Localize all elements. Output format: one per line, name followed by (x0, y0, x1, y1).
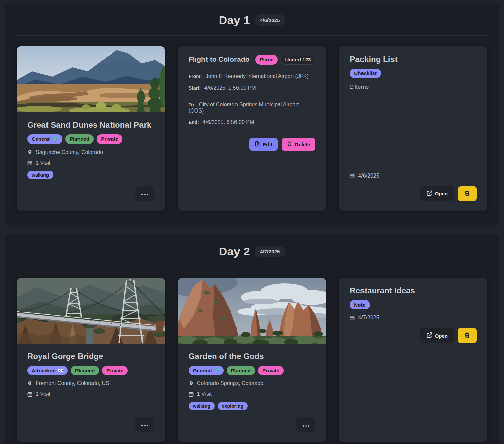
visits-text: 1 Visit (36, 391, 50, 397)
more-options-button[interactable] (135, 186, 154, 201)
card-actions (27, 181, 154, 201)
end-row: End: 4/6/2025, 6:56:00 PM (189, 119, 316, 125)
tag-row: walking (27, 171, 154, 179)
day-title: Day 2 (219, 245, 250, 258)
ellipsis-icon (141, 421, 149, 427)
location-row: Colorado Springs, Colorado (189, 380, 316, 386)
royal-gorge-photo (17, 278, 165, 344)
category-badge: Attraction (27, 366, 68, 375)
day-1-cards: Great Sand Dunes National Park General P… (5, 36, 499, 225)
delete-checklist-button[interactable] (458, 186, 477, 201)
day-2-cards: Royal Gorge Bridge Attraction Planned Pr… (5, 267, 499, 444)
date-row: 4/6/2025 (350, 173, 477, 179)
flight-actions: Edit Delete (189, 134, 316, 151)
delete-button[interactable]: Delete (282, 138, 315, 151)
category-badge-label: General (193, 367, 212, 374)
day-date-badge: 4/7/2025 (255, 246, 285, 257)
visits-text: 1 Visit (36, 160, 50, 166)
category-badge-label: Attraction (32, 367, 56, 374)
globe-icon (53, 136, 58, 142)
day-section-2: Day 2 4/7/2025 (5, 234, 499, 444)
delete-button-label: Delete (295, 141, 310, 147)
items-count: 2 Items (350, 84, 477, 90)
note-actions: Open (350, 324, 477, 343)
trash-icon (464, 190, 470, 197)
status-badge: Planned (227, 366, 255, 375)
place-card-garden-of-the-gods: Garden of the Gods General Planned Priva… (178, 278, 326, 442)
start-label: Start: (189, 85, 201, 91)
status-badge: Planned (71, 366, 99, 375)
more-options-button[interactable] (296, 417, 315, 432)
privacy-badge: Private (97, 134, 122, 144)
badge-row: Checklist (350, 69, 477, 78)
to-label: To: (189, 102, 196, 107)
location-row: Fremont County, Colorado, US (27, 380, 154, 386)
from-row: From: John F. Kennedy International Airp… (189, 73, 316, 80)
checklist-actions: Open (350, 182, 477, 201)
open-button-label: Open (435, 333, 448, 339)
location-text: Colorado Springs, Colorado (197, 380, 263, 386)
place-card-body: Garden of the Gods General Planned Priva… (178, 344, 326, 442)
day-2-header: Day 2 4/7/2025 (5, 234, 499, 267)
delete-note-button[interactable] (458, 328, 477, 343)
category-badge: General (27, 134, 62, 144)
to-value: City of Colorado Springs Municipal Airpo… (189, 102, 299, 114)
eyes-icon (58, 367, 63, 374)
more-options-button[interactable] (135, 417, 154, 432)
flight-number-badge: United 123 (280, 55, 315, 65)
doc-type-badge: Note (350, 300, 370, 310)
departure-leg: From: John F. Kennedy International Airp… (189, 73, 316, 96)
location-text: Fremont County, Colorado, US (36, 380, 109, 386)
flight-card-body: Flight to Colorado Plane United 123 From… (178, 46, 326, 211)
privacy-badge: Private (102, 366, 128, 375)
start-row: Start: 4/6/2025, 1:56:00 PM (189, 85, 316, 91)
location-pin-icon (27, 381, 32, 386)
from-label: From: (189, 74, 202, 79)
ellipsis-icon (141, 191, 149, 196)
calendar-icon (27, 392, 32, 397)
location-pin-icon (27, 150, 32, 155)
calendar-icon (350, 173, 355, 178)
tag-chip: walking (27, 171, 53, 179)
globe-icon (214, 367, 219, 374)
visits-row: 1 Visit (27, 160, 154, 166)
badge-row: General Planned Private (189, 366, 316, 375)
end-value: 4/6/2025, 6:56:00 PM (202, 119, 254, 125)
flight-header: Flight to Colorado Plane United 123 (189, 55, 316, 65)
flight-title: Flight to Colorado (189, 55, 250, 63)
checklist-card-body: Packing List Checklist 2 Items 4/6/2025 … (339, 46, 487, 211)
day-date-badge: 4/6/2025 (255, 14, 285, 26)
note-title: Restaurant Ideas (350, 286, 477, 295)
location-row: Saguache County, Colorado (27, 149, 154, 155)
edit-button[interactable]: Edit (249, 138, 278, 151)
place-card-royal-gorge: Royal Gorge Bridge Attraction Planned Pr… (17, 278, 165, 442)
arrival-leg: To: City of Colorado Springs Municipal A… (189, 102, 316, 131)
place-title: Great Sand Dunes National Park (27, 120, 154, 130)
open-button[interactable]: Open (420, 186, 454, 201)
date-text: 4/6/2025 (358, 173, 379, 179)
transportation-card-flight: Flight to Colorado Plane United 123 From… (178, 46, 326, 211)
calendar-icon (27, 160, 32, 165)
visits-text: 1 Visit (197, 391, 212, 397)
garden-of-the-gods-photo (178, 278, 326, 344)
note-card-body: Restaurant Ideas Note 4/7/2025 Open (339, 278, 487, 442)
location-pin-icon (189, 381, 194, 386)
external-link-icon (427, 332, 432, 339)
flight-badges: Plane United 123 (255, 55, 315, 65)
doc-type-badge: Checklist (350, 69, 381, 78)
edit-button-label: Edit (263, 141, 272, 147)
mode-badge: Plane (255, 55, 278, 65)
place-card-body: Great Sand Dunes National Park General P… (17, 112, 165, 211)
badge-row: Attraction Planned Private (27, 366, 154, 375)
open-button[interactable]: Open (420, 328, 454, 343)
ellipsis-icon (302, 422, 310, 428)
open-button-label: Open (435, 191, 448, 196)
tag-chip: walking (189, 402, 215, 410)
end-label: End: (189, 120, 199, 125)
date-text: 4/7/2025 (358, 315, 379, 321)
category-badge-label: General (32, 136, 51, 142)
start-value: 4/6/2025, 1:56:00 PM (204, 85, 256, 91)
trash-icon (287, 141, 292, 147)
category-badge: General (189, 366, 224, 375)
privacy-badge: Private (258, 366, 284, 375)
